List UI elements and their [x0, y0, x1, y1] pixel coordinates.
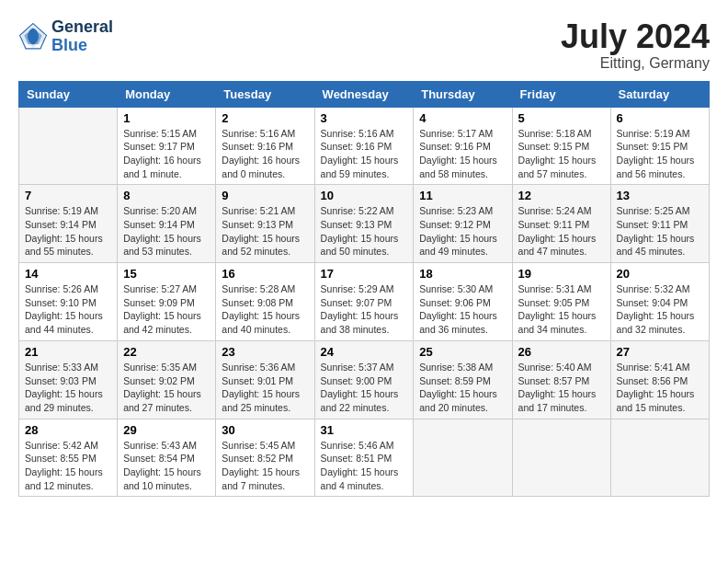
day-number: 26	[518, 345, 605, 359]
calendar-cell: 16Sunrise: 5:28 AM Sunset: 9:08 PM Dayli…	[216, 263, 314, 341]
calendar-cell: 25Sunrise: 5:38 AM Sunset: 8:59 PM Dayli…	[414, 340, 512, 419]
calendar-cell: 8Sunrise: 5:20 AM Sunset: 9:14 PM Daylig…	[118, 185, 216, 263]
day-number: 7	[25, 189, 111, 202]
day-info: Sunrise: 5:20 AM Sunset: 9:14 PM Dayligh…	[123, 204, 210, 259]
calendar-cell	[610, 419, 709, 497]
day-number: 18	[419, 267, 506, 281]
day-number: 14	[25, 267, 111, 281]
calendar-cell: 20Sunrise: 5:32 AM Sunset: 9:04 PM Dayli…	[610, 263, 709, 341]
day-number: 19	[518, 267, 605, 281]
calendar-cell: 26Sunrise: 5:40 AM Sunset: 8:57 PM Dayli…	[512, 340, 610, 419]
calendar-cell: 12Sunrise: 5:24 AM Sunset: 9:11 PM Dayli…	[512, 185, 610, 263]
day-info: Sunrise: 5:16 AM Sunset: 9:16 PM Dayligh…	[321, 127, 408, 181]
day-number: 24	[321, 345, 408, 359]
day-number: 4	[419, 111, 506, 125]
day-info: Sunrise: 5:19 AM Sunset: 9:14 PM Dayligh…	[25, 204, 111, 259]
day-info: Sunrise: 5:22 AM Sunset: 9:13 PM Dayligh…	[321, 204, 408, 259]
day-info: Sunrise: 5:33 AM Sunset: 9:03 PM Dayligh…	[25, 361, 111, 415]
day-info: Sunrise: 5:41 AM Sunset: 8:56 PM Dayligh…	[617, 361, 703, 415]
day-number: 21	[25, 345, 111, 359]
day-number: 23	[222, 345, 308, 359]
day-number: 29	[123, 423, 210, 437]
day-info: Sunrise: 5:35 AM Sunset: 9:02 PM Dayligh…	[123, 361, 210, 415]
day-of-week-header: Friday	[512, 81, 610, 107]
calendar-cell: 10Sunrise: 5:22 AM Sunset: 9:13 PM Dayli…	[314, 185, 414, 263]
day-info: Sunrise: 5:23 AM Sunset: 9:12 PM Dayligh…	[419, 204, 506, 259]
day-of-week-header: Monday	[118, 81, 216, 107]
day-number: 12	[518, 189, 605, 202]
day-info: Sunrise: 5:46 AM Sunset: 8:51 PM Dayligh…	[321, 439, 408, 493]
day-number: 5	[518, 111, 605, 125]
calendar-cell: 18Sunrise: 5:30 AM Sunset: 9:06 PM Dayli…	[414, 263, 512, 341]
calendar-cell: 13Sunrise: 5:25 AM Sunset: 9:11 PM Dayli…	[610, 185, 709, 263]
calendar-cell: 29Sunrise: 5:43 AM Sunset: 8:54 PM Dayli…	[118, 419, 216, 497]
day-info: Sunrise: 5:29 AM Sunset: 9:07 PM Dayligh…	[321, 282, 408, 337]
day-info: Sunrise: 5:36 AM Sunset: 9:01 PM Dayligh…	[222, 361, 308, 415]
calendar-cell: 5Sunrise: 5:18 AM Sunset: 9:15 PM Daylig…	[512, 107, 610, 185]
day-info: Sunrise: 5:30 AM Sunset: 9:06 PM Dayligh…	[419, 282, 506, 337]
day-of-week-header: Sunday	[19, 81, 118, 107]
day-info: Sunrise: 5:28 AM Sunset: 9:08 PM Dayligh…	[222, 282, 308, 337]
day-number: 6	[617, 111, 703, 125]
calendar-cell: 15Sunrise: 5:27 AM Sunset: 9:09 PM Dayli…	[118, 263, 216, 341]
calendar-cell: 23Sunrise: 5:36 AM Sunset: 9:01 PM Dayli…	[216, 340, 314, 419]
day-number: 1	[123, 111, 210, 125]
calendar-cell: 9Sunrise: 5:21 AM Sunset: 9:13 PM Daylig…	[216, 185, 314, 263]
day-info: Sunrise: 5:31 AM Sunset: 9:05 PM Dayligh…	[518, 282, 605, 337]
day-info: Sunrise: 5:45 AM Sunset: 8:52 PM Dayligh…	[222, 439, 308, 493]
calendar-cell: 31Sunrise: 5:46 AM Sunset: 8:51 PM Dayli…	[314, 419, 414, 497]
day-info: Sunrise: 5:17 AM Sunset: 9:16 PM Dayligh…	[419, 127, 506, 181]
calendar-cell: 1Sunrise: 5:15 AM Sunset: 9:17 PM Daylig…	[118, 107, 216, 185]
day-info: Sunrise: 5:43 AM Sunset: 8:54 PM Dayligh…	[123, 439, 210, 493]
calendar-cell: 14Sunrise: 5:26 AM Sunset: 9:10 PM Dayli…	[19, 263, 118, 341]
day-of-week-header: Tuesday	[216, 81, 314, 107]
day-info: Sunrise: 5:27 AM Sunset: 9:09 PM Dayligh…	[123, 282, 210, 337]
calendar-cell: 22Sunrise: 5:35 AM Sunset: 9:02 PM Dayli…	[118, 340, 216, 419]
title-block: July 2024 Eitting, Germany	[561, 18, 710, 72]
day-info: Sunrise: 5:24 AM Sunset: 9:11 PM Dayligh…	[518, 204, 605, 259]
day-info: Sunrise: 5:40 AM Sunset: 8:57 PM Dayligh…	[518, 361, 605, 415]
calendar-table: SundayMondayTuesdayWednesdayThursdayFrid…	[18, 81, 710, 498]
day-of-week-header: Thursday	[414, 81, 512, 107]
day-info: Sunrise: 5:15 AM Sunset: 9:17 PM Dayligh…	[123, 127, 210, 181]
day-number: 31	[321, 423, 408, 437]
calendar-cell	[414, 419, 512, 497]
calendar-cell: 24Sunrise: 5:37 AM Sunset: 9:00 PM Dayli…	[314, 340, 414, 419]
day-info: Sunrise: 5:21 AM Sunset: 9:13 PM Dayligh…	[222, 204, 308, 259]
day-number: 22	[123, 345, 210, 359]
calendar-cell	[19, 107, 118, 185]
day-number: 25	[419, 345, 506, 359]
day-info: Sunrise: 5:25 AM Sunset: 9:11 PM Dayligh…	[617, 204, 703, 259]
location: Eitting, Germany	[561, 55, 710, 72]
day-number: 3	[321, 111, 408, 125]
logo-icon	[18, 22, 48, 52]
day-number: 30	[222, 423, 308, 437]
day-number: 9	[222, 189, 308, 202]
calendar-cell: 2Sunrise: 5:16 AM Sunset: 9:16 PM Daylig…	[216, 107, 314, 185]
month-year: July 2024	[561, 18, 710, 55]
day-number: 10	[321, 189, 408, 202]
day-number: 17	[321, 267, 408, 281]
day-info: Sunrise: 5:42 AM Sunset: 8:55 PM Dayligh…	[25, 439, 111, 493]
day-info: Sunrise: 5:26 AM Sunset: 9:10 PM Dayligh…	[25, 282, 111, 337]
calendar-cell	[512, 419, 610, 497]
day-number: 28	[25, 423, 111, 437]
calendar-cell: 28Sunrise: 5:42 AM Sunset: 8:55 PM Dayli…	[19, 419, 118, 497]
day-number: 13	[617, 189, 703, 202]
calendar-cell: 30Sunrise: 5:45 AM Sunset: 8:52 PM Dayli…	[216, 419, 314, 497]
calendar-cell: 7Sunrise: 5:19 AM Sunset: 9:14 PM Daylig…	[19, 185, 118, 263]
day-info: Sunrise: 5:18 AM Sunset: 9:15 PM Dayligh…	[518, 127, 605, 181]
calendar-cell: 27Sunrise: 5:41 AM Sunset: 8:56 PM Dayli…	[610, 340, 709, 419]
day-info: Sunrise: 5:32 AM Sunset: 9:04 PM Dayligh…	[617, 282, 703, 337]
calendar-cell: 19Sunrise: 5:31 AM Sunset: 9:05 PM Dayli…	[512, 263, 610, 341]
day-number: 16	[222, 267, 308, 281]
day-of-week-header: Wednesday	[314, 81, 414, 107]
calendar-cell: 21Sunrise: 5:33 AM Sunset: 9:03 PM Dayli…	[19, 340, 118, 419]
calendar-cell: 3Sunrise: 5:16 AM Sunset: 9:16 PM Daylig…	[314, 107, 414, 185]
day-number: 2	[222, 111, 308, 125]
day-info: Sunrise: 5:16 AM Sunset: 9:16 PM Dayligh…	[222, 127, 308, 181]
day-number: 27	[617, 345, 703, 359]
calendar-cell: 4Sunrise: 5:17 AM Sunset: 9:16 PM Daylig…	[414, 107, 512, 185]
day-number: 8	[123, 189, 210, 202]
day-info: Sunrise: 5:19 AM Sunset: 9:15 PM Dayligh…	[617, 127, 703, 181]
